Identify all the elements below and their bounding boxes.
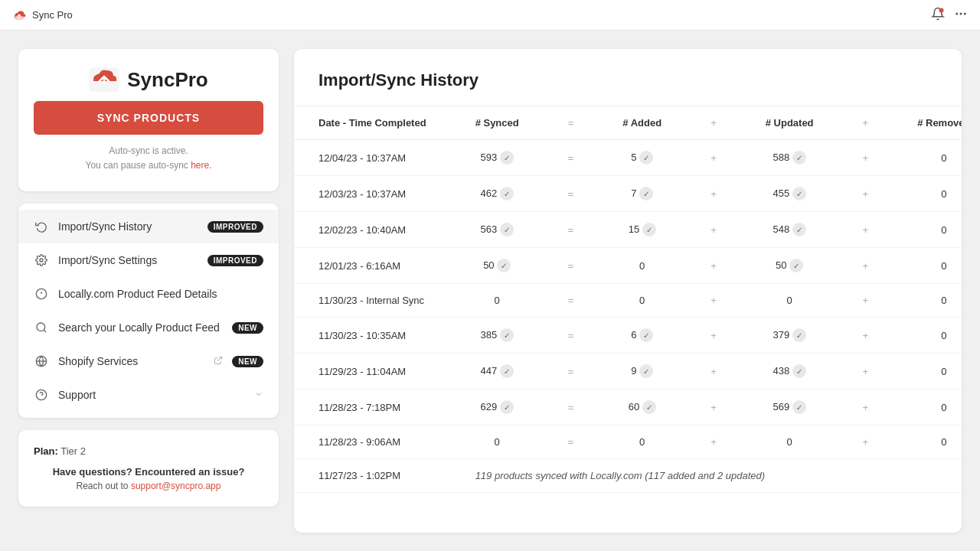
check-icon: ✓ [642,400,656,414]
sidebar-item-search-locally-feed[interactable]: Search your Locally Product FeedNEW [18,311,279,344]
sidebar-item-locally-feed-details[interactable]: Locally.com Product Feed Details [18,277,279,311]
topbar: Sync Pro [0,0,980,31]
row-synced: 629 ✓ [451,390,544,425]
nav-badge: IMPROVED [207,221,263,233]
row-updated: 569 ✓ [741,390,838,425]
row-updated: 588 ✓ [741,140,838,176]
row-synced: 462 ✓ [451,176,544,212]
op-equals: = [544,140,599,176]
row-updated: 0 [741,284,838,318]
op-equals: = [544,354,599,390]
row-synced: 0 [451,425,544,459]
check-icon: ✓ [639,364,653,378]
row-added: 0 [598,284,686,318]
op-plus-1: + [686,354,741,390]
table-row: 11/30/23 - 10:35AM385 ✓=6 ✓+379 ✓+0 [294,318,962,354]
row-synced: 0 [451,284,544,318]
op-plus-2: + [838,248,893,284]
row-added: 7 ✓ [598,176,686,212]
row-updated: 548 ✓ [741,212,838,248]
support-email-link[interactable]: support@syncpro.app [131,481,221,491]
row-updated: 50 ✓ [741,248,838,284]
op-plus-1: + [686,318,741,354]
table-row: 12/01/23 - 6:16AM50 ✓=0+50 ✓+0 [294,248,962,284]
row-date: 11/30/23 - 10:35AM [294,318,451,354]
row-updated: 0 [741,425,838,459]
row-synced: 593 ✓ [451,140,544,176]
check-icon: ✓ [500,223,514,236]
op-plus-2: + [838,318,893,354]
sidebar-item-import-sync-history[interactable]: Import/Sync HistoryIMPROVED [18,210,279,243]
row-updated: 455 ✓ [741,176,838,212]
row-added: 0 [598,248,686,284]
notification-icon[interactable] [931,7,945,24]
table-header: Date - Time Completed # Synced = # Added… [294,106,962,140]
app-logo-icon [12,8,26,22]
col-op3: + [838,106,893,140]
more-menu-icon[interactable] [954,7,968,24]
row-updated: 438 ✓ [741,354,838,390]
nav-item-label: Import/Sync History [58,220,198,233]
op-equals: = [544,318,599,354]
row-date: 12/04/23 - 10:37AM [294,140,451,176]
row-added: 0 [598,425,686,459]
nav-card: Import/Sync HistoryIMPROVEDImport/Sync S… [18,204,279,418]
pause-auto-sync-link[interactable]: here. [191,160,211,171]
table-row: 11/29/23 - 11:04AM447 ✓=9 ✓+438 ✓+0 [294,354,962,390]
op-plus-1: + [686,140,741,176]
svg-line-11 [44,330,46,332]
logo-card: SyncPro SYNC PRODUCTS Auto-sync is activ… [18,49,279,191]
row-added: 6 ✓ [598,318,686,354]
col-op1: = [544,106,599,140]
op-plus-1: + [686,284,741,318]
col-synced: # Synced [451,106,544,140]
history-table: Date - Time Completed # Synced = # Added… [294,106,962,493]
row-removed: 0 [893,390,962,425]
check-icon: ✓ [792,151,806,165]
op-equals: = [544,425,599,459]
external-link-icon [214,356,223,367]
sidebar-item-shopify-services[interactable]: Shopify ServicesNEW [18,344,279,378]
page-title: Import/Sync History [318,70,937,90]
sidebar-item-import-sync-settings[interactable]: Import/Sync SettingsIMPROVED [18,243,279,277]
sidebar: SyncPro SYNC PRODUCTS Auto-sync is activ… [18,49,279,533]
op-plus-1: + [686,176,741,212]
row-added: 5 ✓ [598,140,686,176]
main-layout: SyncPro SYNC PRODUCTS Auto-sync is activ… [0,31,980,551]
op-plus-2: + [838,140,893,176]
row-removed: 0 [893,354,962,390]
table-row: 11/28/23 - 9:06AM0=0+0+0 [294,425,962,459]
sidebar-item-support[interactable]: Support [18,378,279,412]
row-removed: 0 [893,248,962,284]
check-icon: ✓ [792,223,806,236]
row-removed: 0 [893,212,962,248]
support-icon [34,387,49,403]
row-removed: 0 [893,318,962,354]
import-sync-history-icon [34,219,49,234]
sync-products-button[interactable]: SYNC PRODUCTS [34,101,263,135]
nav-item-label: Search your Locally Product Feed [58,321,223,334]
row-removed: 0 [893,176,962,212]
logo-wrapper: SyncPro [89,67,208,92]
row-date: 11/29/23 - 11:04AM [294,354,451,390]
plan-card: Plan: Tier 2 Have questions? Encountered… [18,430,279,507]
col-date: Date - Time Completed [294,106,451,140]
chevron-down-icon [254,390,263,401]
col-updated: # Updated [741,106,838,140]
row-date: 12/01/23 - 6:16AM [294,248,451,284]
check-icon: ✓ [789,259,803,272]
svg-point-10 [37,323,45,331]
op-plus-2: + [838,354,893,390]
row-removed: 0 [893,140,962,176]
row-synced: 385 ✓ [451,318,544,354]
check-icon: ✓ [500,151,514,165]
check-icon: ✓ [792,187,806,201]
check-icon: ✓ [792,364,806,378]
questions-text: Have questions? Encountered an issue? [34,466,263,478]
import-sync-settings-icon [34,253,49,268]
auto-sync-info: Auto-sync is active. You can pause auto-… [85,144,211,173]
topbar-app-name: Sync Pro [32,9,73,21]
support-text: Reach out to support@syncpro.app [34,481,263,491]
shopify-services-icon [34,354,49,369]
check-icon: ✓ [639,187,653,201]
